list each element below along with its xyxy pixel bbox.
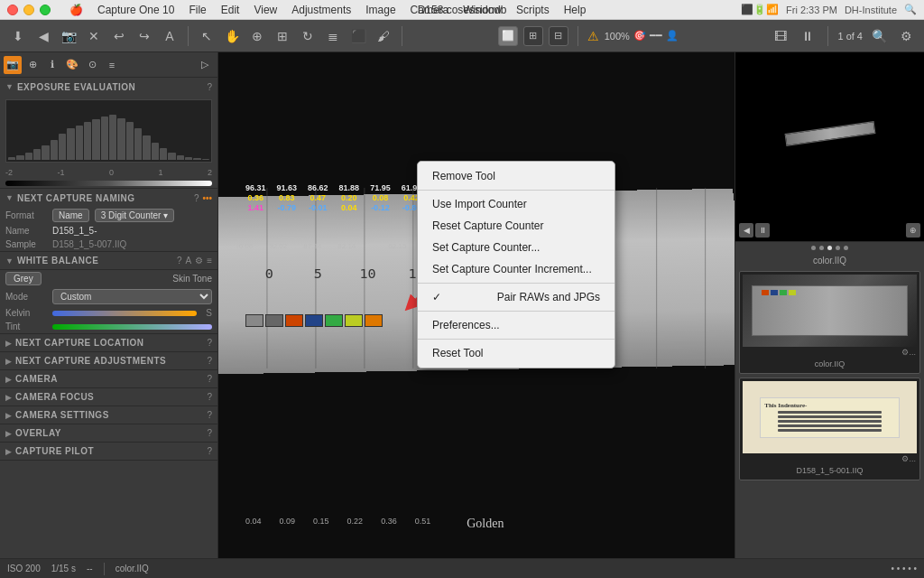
maximize-button[interactable] <box>40 5 51 15</box>
undo-button[interactable]: ↩ <box>108 25 130 47</box>
pair-raws-check: ✓ <box>432 291 441 303</box>
thumb2-dots-icon[interactable]: ... <box>909 454 916 463</box>
doc-title-text: This Indenture- <box>764 402 894 409</box>
exposure-header[interactable]: ▼ EXPOSURE EVALUATION ? <box>0 78 217 96</box>
ctx-set-capture-counter-increment[interactable]: Set Capture Counter Increment... <box>418 258 614 280</box>
preview-pause-btn[interactable]: ⏸ <box>755 223 770 238</box>
next-capture-adjustments-section[interactable]: ▶ NEXT CAPTURE ADJUSTMENTS ? <box>0 352 217 370</box>
tint-slider[interactable] <box>52 324 212 330</box>
menu-adjustments[interactable]: Adjustments <box>285 4 357 16</box>
thumbnail-color[interactable]: ⚙ ... color.IIQ <box>739 271 920 374</box>
kelvin-slider[interactable] <box>52 311 197 316</box>
naming-more-icon[interactable]: ••• <box>202 193 212 203</box>
exposure-slider[interactable] <box>0 179 217 188</box>
wb-a-icon[interactable]: A <box>185 256 191 266</box>
next-capture-location-section[interactable]: ▶ NEXT CAPTURE LOCATION ? <box>0 334 217 352</box>
metadata-icon-btn[interactable]: ℹ <box>43 56 61 74</box>
zoom-tool[interactable]: ⊕ <box>246 25 268 47</box>
more-icon-btn[interactable]: ≡ <box>103 56 121 74</box>
film-strip-btn[interactable]: 🎞 <box>770 25 791 47</box>
redo-button[interactable]: ↪ <box>134 25 155 47</box>
camera-settings-section[interactable]: ▶ CAMERA SETTINGS ? <box>0 406 217 424</box>
adjustments-help[interactable]: ? <box>207 356 212 366</box>
search-icon[interactable]: 🔍 <box>904 4 917 15</box>
cursor-tool[interactable]: ↖ <box>196 25 217 47</box>
camera-focus-section[interactable]: ▶ CAMERA FOCUS ? <box>0 388 217 406</box>
ctx-reset-tool[interactable]: Reset Tool <box>418 342 614 364</box>
menu-app-name[interactable]: Capture One 10 <box>91 4 180 16</box>
ctx-pair-raws[interactable]: ✓ Pair RAWs and JPGs <box>418 286 614 308</box>
grey-button[interactable]: Grey <box>5 272 42 285</box>
camera-focus-help[interactable]: ? <box>207 392 212 402</box>
hand-tool[interactable]: ✋ <box>221 25 243 47</box>
camera-settings-help[interactable]: ? <box>207 410 212 420</box>
pause-btn[interactable]: ⏸ <box>797 25 818 47</box>
naming-help-icon[interactable]: ? <box>194 193 199 203</box>
name-button[interactable]: Name <box>52 209 89 222</box>
menu-edit[interactable]: Edit <box>215 4 246 16</box>
import-button[interactable]: ⬇ <box>7 25 29 47</box>
delete-button[interactable]: ✕ <box>83 25 105 47</box>
text-button[interactable]: A <box>159 25 180 47</box>
svg-text:0: 0 <box>265 266 273 281</box>
camera-help[interactable]: ? <box>207 374 212 384</box>
ctx-preferences[interactable]: Preferences... <box>418 314 614 336</box>
preview-zoom-btn[interactable]: ⊕ <box>906 223 920 238</box>
dv-2-mid2: -0.01 <box>309 203 328 212</box>
wb-help-icon[interactable]: ? <box>177 256 182 266</box>
image-canvas[interactable]: 0 5 10 15 96.31 <box>218 52 735 558</box>
menu-file[interactable]: File <box>182 4 212 16</box>
color-icon-btn[interactable]: 🎨 <box>63 56 81 74</box>
exposure-help-icon[interactable]: ? <box>207 82 212 92</box>
thumb2-gear-icon[interactable]: ⚙ <box>901 454 909 463</box>
overlay-help[interactable]: ? <box>207 428 212 438</box>
view-multi[interactable]: ⊞ <box>523 26 543 46</box>
lens-icon-btn[interactable]: ⊙ <box>83 56 101 74</box>
back-button[interactable]: ◀ <box>32 25 54 47</box>
exp-slider-track[interactable] <box>5 181 212 186</box>
location-help[interactable]: ? <box>207 338 212 348</box>
secondary-numbers: -0.06 92.02 87.34 82.14 62.15 <box>236 242 406 250</box>
mode-select[interactable]: Custom <box>52 289 212 304</box>
menu-help[interactable]: Help <box>558 4 593 16</box>
center-area: 0 5 10 15 96.31 <box>218 52 735 558</box>
settings-icon[interactable]: ⚙ <box>895 25 917 47</box>
minimize-button[interactable] <box>23 5 34 15</box>
brush-tool[interactable]: 🖌 <box>373 25 394 47</box>
ctx-reset-capture-counter[interactable]: Reset Capture Counter <box>418 215 614 237</box>
crop-tool[interactable]: ⊞ <box>272 25 293 47</box>
ctx-set-capture-counter[interactable]: Set Capture Counter... <box>418 237 614 258</box>
capture-pilot-section[interactable]: ▶ CAPTURE PILOT ? <box>0 443 217 461</box>
menu-scripts[interactable]: Scripts <box>510 4 556 16</box>
capture-icon-btn[interactable]: 📷 <box>4 56 22 74</box>
wb-header[interactable]: ▼ WHITE BALANCE ? A ⚙ ≡ <box>0 252 217 270</box>
ctx-remove-tool[interactable]: Remove Tool <box>418 165 614 187</box>
expand-icon-btn[interactable]: ▷ <box>196 56 214 74</box>
thumb-dots-icon[interactable]: ... <box>909 348 916 357</box>
naming-header[interactable]: ▼ NEXT CAPTURE NAMING ? ••• <box>0 189 217 207</box>
levels-tool[interactable]: ≣ <box>322 25 344 47</box>
menu-image[interactable]: Image <box>359 4 402 16</box>
rotate-tool[interactable]: ↻ <box>297 25 319 47</box>
camera-section[interactable]: ▶ CAMERA ? <box>0 370 217 388</box>
view-single[interactable]: ⬜ <box>498 26 518 46</box>
wb-more-icon[interactable]: ≡ <box>207 256 212 266</box>
menu-view[interactable]: View <box>247 4 283 16</box>
ctx-use-import-counter[interactable]: Use Import Counter <box>418 193 614 215</box>
view-grid[interactable]: ⊟ <box>549 26 568 46</box>
capture-pilot-help[interactable]: ? <box>207 446 212 456</box>
adjust-icon-btn[interactable]: ⊕ <box>23 56 42 74</box>
preview-left-btn[interactable]: ◀ <box>739 223 753 238</box>
search-right-icon[interactable]: 🔍 <box>868 25 890 47</box>
overlay-section[interactable]: ▶ OVERLAY ? <box>0 424 217 443</box>
thumb-gear-icon[interactable]: ⚙ <box>901 348 909 357</box>
thumbnail-document[interactable]: This Indenture- ⚙ ... D158_1_5-001.IIQ <box>739 378 920 480</box>
counter-button[interactable]: 3 Digit Counter ▾ <box>95 209 175 222</box>
histogram-scale: -2 -1 0 1 2 <box>0 166 217 179</box>
wb-settings-icon[interactable]: ⚙ <box>195 256 203 266</box>
close-button[interactable] <box>7 5 18 15</box>
capture-button[interactable]: 📷 <box>58 25 79 47</box>
menu-apple[interactable]: 🍎 <box>63 4 89 16</box>
color-picker[interactable]: ⬛ <box>347 25 369 47</box>
thumb-color-img <box>743 275 917 347</box>
